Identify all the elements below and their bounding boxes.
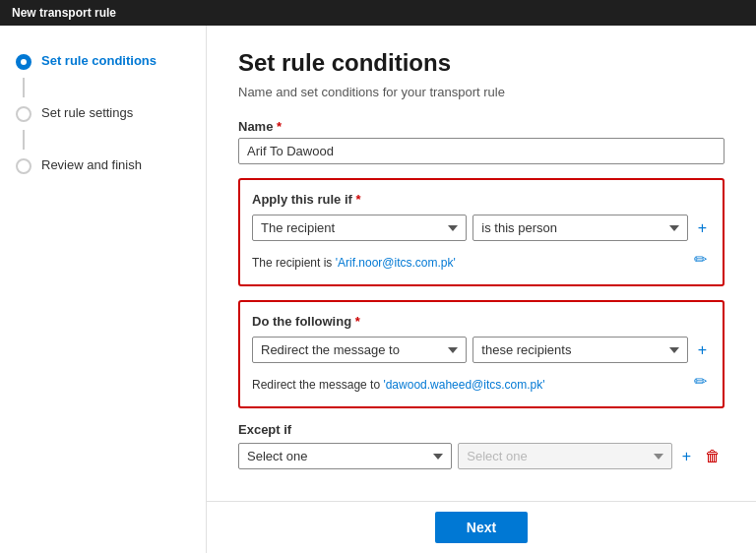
sidebar-label-3: Review and finish: [41, 157, 142, 172]
pencil-icon-2: ✏: [694, 372, 707, 391]
name-input[interactable]: [238, 138, 724, 164]
step-connector-1: [23, 78, 25, 97]
do-edit-button[interactable]: ✏: [690, 368, 711, 395]
except-dropdown1[interactable]: Select one: [238, 443, 452, 469]
apply-dropdown-row: The recipient is this person +: [252, 215, 711, 241]
do-description: Redirect the message to 'dawood.waheed@i…: [252, 378, 545, 392]
top-bar: New transport rule: [0, 0, 756, 26]
except-add-button[interactable]: +: [678, 444, 695, 469]
apply-description: The recipient is 'Arif.noor@itcs.com.pk': [252, 256, 456, 270]
sidebar-item-review-and-finish[interactable]: Review and finish: [0, 150, 206, 182]
step-connector-2: [23, 130, 25, 150]
footer-bar: Next: [207, 501, 756, 553]
do-dropdown1[interactable]: Redirect the message to: [252, 337, 467, 363]
do-rule-section: Do the following * Redirect the message …: [238, 300, 724, 408]
sidebar-label-2: Set rule settings: [41, 105, 133, 120]
page-subtitle: Name and set conditions for your transpo…: [238, 85, 724, 99]
except-section: Except if Select one Select one + 🗑: [238, 422, 724, 469]
name-field-wrap: Name *: [238, 119, 724, 164]
except-dropdown-row: Select one Select one + 🗑: [238, 443, 724, 469]
sidebar-item-set-rule-conditions[interactable]: Set rule conditions: [0, 45, 206, 78]
step-circle-1: [16, 54, 32, 70]
do-description-row: Redirect the message to 'dawood.waheed@i…: [252, 368, 711, 395]
do-dropdown-row: Redirect the message to these recipients…: [252, 337, 711, 363]
step-circle-2: [16, 106, 32, 122]
apply-rule-section: Apply this rule if * The recipient is th…: [238, 178, 724, 286]
do-description-link[interactable]: 'dawood.waheed@itcs.com.pk': [383, 378, 544, 392]
apply-rule-title: Apply this rule if *: [252, 192, 711, 207]
step-circle-3: [16, 158, 32, 174]
sidebar-item-set-rule-settings[interactable]: Set rule settings: [0, 97, 206, 130]
page-title: Set rule conditions: [238, 49, 724, 77]
except-title: Except if: [238, 422, 724, 437]
do-add-button[interactable]: +: [694, 338, 711, 363]
apply-dropdown1[interactable]: The recipient: [252, 215, 467, 241]
do-dropdown2[interactable]: these recipients: [472, 337, 687, 363]
do-rule-title: Do the following *: [252, 314, 711, 329]
sidebar: Set rule conditions Set rule settings Re…: [0, 26, 207, 553]
trash-icon: 🗑: [705, 448, 721, 465]
content-area: Set rule conditions Name and set conditi…: [207, 26, 756, 501]
except-dropdown2[interactable]: Select one: [458, 443, 671, 469]
main-container: Set rule conditions Set rule settings Re…: [0, 26, 756, 553]
apply-description-link[interactable]: 'Arif.noor@itcs.com.pk': [336, 256, 456, 270]
name-label: Name *: [238, 119, 724, 134]
apply-add-button[interactable]: +: [694, 215, 711, 241]
apply-dropdown2[interactable]: is this person: [472, 215, 687, 241]
apply-description-row: The recipient is 'Arif.noor@itcs.com.pk'…: [252, 246, 711, 273]
sidebar-label-1: Set rule conditions: [41, 53, 157, 68]
apply-edit-button[interactable]: ✏: [690, 246, 711, 273]
next-button[interactable]: Next: [435, 512, 528, 543]
except-delete-button[interactable]: 🗑: [701, 444, 724, 469]
pencil-icon: ✏: [694, 250, 707, 269]
top-bar-title: New transport rule: [12, 6, 116, 20]
